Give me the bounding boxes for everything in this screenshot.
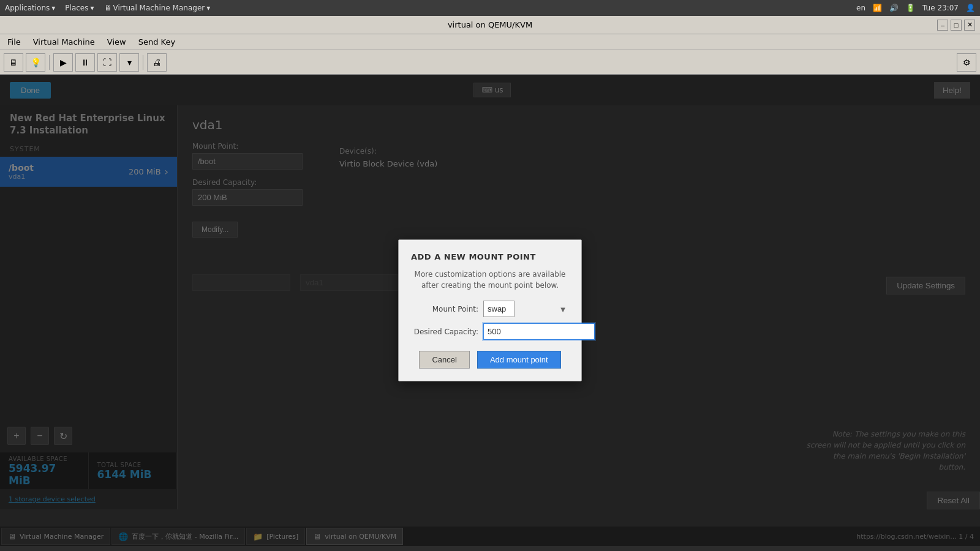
modal-mount-point-row: Mount Point: swap / /boot /home /var /tm… bbox=[411, 301, 569, 317]
modal-desc-line2: after creating the mount point below. bbox=[421, 281, 559, 290]
locale-indicator: en bbox=[856, 4, 865, 12]
modal-cancel-button[interactable]: Cancel bbox=[419, 351, 469, 369]
modal-add-button[interactable]: Add mount point bbox=[477, 351, 561, 369]
applications-label: Applications bbox=[5, 4, 50, 12]
menu-send-key[interactable]: Send Key bbox=[134, 36, 180, 48]
maximize-button[interactable]: □ bbox=[951, 20, 962, 31]
vm-manager-menu[interactable]: 🖥 Virtual Machine Manager ▾ bbox=[104, 4, 211, 12]
tb-separator bbox=[49, 55, 50, 70]
modal-mount-point-select[interactable]: swap / /boot /home /var /tmp bbox=[483, 301, 514, 317]
applications-menu[interactable]: Applications ▾ bbox=[5, 4, 55, 12]
tb-play-button[interactable]: ▶ bbox=[53, 53, 73, 72]
title-bar: virtual on QEMU/KVM – □ ✕ bbox=[0, 16, 980, 34]
vm-manager-label: Virtual Machine Manager bbox=[113, 4, 205, 12]
modal-overlay: ADD A NEW MOUNT POINT More customization… bbox=[0, 75, 980, 546]
battery-icon: 🔋 bbox=[906, 4, 915, 12]
tb-dropdown-button[interactable]: ▾ bbox=[119, 53, 139, 72]
applications-arrow: ▾ bbox=[51, 4, 55, 12]
network-icon: 📶 bbox=[873, 4, 882, 12]
modal-desc-line1: More customization options are available bbox=[415, 270, 566, 279]
vm-manager-arrow: ▾ bbox=[206, 4, 210, 12]
add-mount-point-dialog: ADD A NEW MOUNT POINT More customization… bbox=[398, 239, 582, 381]
places-menu[interactable]: Places ▾ bbox=[65, 4, 94, 12]
tb-screenshot-button[interactable]: 🖨 bbox=[147, 53, 167, 72]
tb-settings-button[interactable]: ⚙ bbox=[957, 53, 976, 72]
menu-virtual-machine[interactable]: Virtual Machine bbox=[28, 36, 100, 48]
modal-mount-point-label: Mount Point: bbox=[411, 305, 478, 313]
tb-monitor-button[interactable]: 🖥 bbox=[4, 53, 23, 72]
system-bar: Applications ▾ Places ▾ 🖥 Virtual Machin… bbox=[0, 0, 980, 16]
menu-bar: File Virtual Machine View Send Key bbox=[0, 34, 980, 50]
window-title: virtual on QEMU/KVM bbox=[448, 20, 532, 29]
minimize-button[interactable]: – bbox=[937, 20, 948, 31]
places-label: Places bbox=[65, 4, 88, 12]
modal-buttons: Cancel Add mount point bbox=[411, 351, 569, 369]
menu-file[interactable]: File bbox=[2, 36, 26, 48]
tb-pause-button[interactable]: ⏸ bbox=[75, 53, 95, 72]
places-arrow: ▾ bbox=[91, 4, 94, 12]
datetime-display: Tue 23:07 bbox=[922, 4, 959, 12]
tb-power-button[interactable]: 💡 bbox=[26, 53, 45, 72]
close-button[interactable]: ✕ bbox=[964, 20, 975, 31]
modal-capacity-row: Desired Capacity: bbox=[411, 323, 569, 340]
user-icon: 👤 bbox=[966, 4, 975, 12]
tb-separator2 bbox=[143, 55, 143, 70]
toolbar: 🖥 💡 ▶ ⏸ ⛶ ▾ 🖨 ⚙ bbox=[0, 50, 980, 75]
modal-mount-point-select-wrap: swap / /boot /home /var /tmp bbox=[483, 301, 569, 317]
installer: Done ⌨ us Help! New Red Hat Enterprise L… bbox=[0, 75, 980, 546]
modal-capacity-input[interactable] bbox=[483, 323, 595, 340]
vm-manager-icon: 🖥 bbox=[104, 4, 111, 12]
modal-description: More customization options are available… bbox=[411, 269, 569, 291]
vm-content: Done ⌨ us Help! New Red Hat Enterprise L… bbox=[0, 75, 980, 546]
modal-capacity-label: Desired Capacity: bbox=[411, 328, 478, 336]
sound-icon: 🔊 bbox=[889, 4, 899, 12]
modal-title: ADD A NEW MOUNT POINT bbox=[411, 252, 569, 261]
menu-view[interactable]: View bbox=[102, 36, 131, 48]
tb-fullscreen-button[interactable]: ⛶ bbox=[97, 53, 117, 72]
